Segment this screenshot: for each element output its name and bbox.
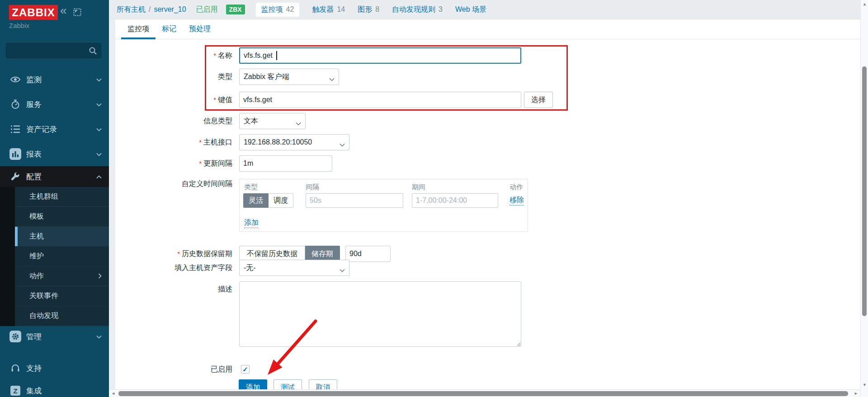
key-label: 键值 (218, 96, 232, 103)
chevron-down-icon (340, 140, 345, 149)
wrench-icon (9, 171, 21, 182)
nav-items-tab[interactable]: 监控项 42 (256, 3, 300, 17)
custom-intervals-table: 类型 间隔 期间 动作 灵活 调度 移除 添加 (239, 179, 528, 232)
sidebar-item-maintenance[interactable]: 维护 (15, 247, 109, 266)
name-label: 名称 (218, 51, 232, 59)
required-marker: * (213, 51, 216, 59)
nav-web-scenarios-tab[interactable]: Web 场景 (455, 5, 486, 14)
horizontal-scrollbar: ◄ ► (109, 389, 860, 397)
collapse-sidebar-icon[interactable]: « (60, 5, 66, 16)
sidebar-item-services[interactable]: 服务 (0, 93, 109, 115)
row-description: 描述 (115, 281, 860, 347)
sidebar-item-host-groups[interactable]: 主机群组 (15, 187, 109, 207)
key-input[interactable] (239, 92, 521, 108)
nav-graphs-tab[interactable]: 图形 8 (358, 5, 379, 14)
chevron-down-icon (96, 75, 102, 84)
interval-add-link[interactable]: 添加 (244, 218, 259, 228)
scroll-left-icon[interactable]: ◄ (111, 392, 115, 396)
scroll-right-icon[interactable]: ► (854, 392, 858, 396)
host-status-enabled: 已启用 (196, 5, 218, 14)
inventory-select[interactable]: -无- (239, 260, 349, 276)
chevron-down-icon (96, 332, 102, 341)
breadcrumb-host[interactable]: server_10 (154, 5, 186, 14)
col-header-type: 类型 (244, 183, 258, 191)
enabled-label: 已启用 (115, 361, 232, 378)
vertical-scrollbar-thumb[interactable] (862, 66, 867, 316)
name-input[interactable] (239, 47, 521, 64)
tab-item[interactable]: 监控项 (121, 19, 156, 39)
host-header-bar: 所有主机 / server_10 已启用 ZBX 监控项 42 触发器 14 图… (109, 0, 860, 19)
required-marker: * (177, 250, 180, 257)
row-info-type: 信息类型 文本 (115, 113, 860, 129)
interval-delay-input[interactable] (306, 193, 403, 208)
row-key: *键值 选择 (115, 92, 860, 108)
sidebar-item-administration[interactable]: 管理 (0, 326, 109, 347)
tab-preprocessing[interactable]: 预处理 (183, 19, 217, 39)
interval-period-input[interactable] (412, 193, 498, 208)
gear-icon (9, 331, 21, 342)
chevron-down-icon (340, 266, 345, 274)
sidebar-item-hosts[interactable]: 主机 (15, 227, 109, 247)
host-interface-select[interactable]: 192.168.88.20:10050 (239, 134, 349, 150)
history-label: 历史数据保留期 (182, 250, 232, 257)
row-update-interval: *更新间隔 (115, 155, 860, 172)
nav-discovery-rules-tab[interactable]: 自动发现规则 3 (392, 5, 443, 14)
chevron-down-icon (296, 119, 301, 127)
integrations-z-icon: Z (9, 385, 21, 397)
horizontal-scrollbar-thumb[interactable] (118, 391, 848, 396)
required-marker: * (199, 159, 202, 167)
type-select[interactable]: Zabbix 客户端 (239, 69, 339, 85)
chevron-right-icon (98, 272, 102, 280)
tab-tags[interactable]: 标记 (156, 19, 183, 39)
toggle-flexible[interactable]: 灵活 (243, 193, 269, 208)
chevron-up-icon (96, 173, 102, 181)
sidebar-item-discovery[interactable]: 自动发现 (15, 306, 109, 326)
scroll-up-icon[interactable]: ▲ (863, 2, 867, 6)
form-tabbar: 监控项 标记 预处理 (115, 19, 860, 39)
text-cursor (276, 51, 277, 60)
required-marker: * (213, 96, 216, 103)
info-type-select[interactable]: 文本 (239, 113, 306, 129)
chevron-down-icon (329, 75, 335, 83)
sidebar-item-integrations[interactable]: Z 集成 (0, 381, 109, 397)
expand-fullscreen-icon[interactable] (73, 8, 81, 18)
inventory-list-icon (9, 123, 21, 135)
sidebar-item-reports[interactable]: 报表 (0, 143, 109, 164)
toggle-scheduling[interactable]: 调度 (269, 193, 293, 208)
host-entity-nav: 监控项 42 触发器 14 图形 8 自动发现规则 3 Web 场景 (256, 3, 486, 17)
sidebar-item-configuration[interactable]: 配置 (0, 166, 109, 187)
sidebar-item-templates[interactable]: 模板 (15, 207, 109, 227)
stopwatch-icon (9, 98, 21, 110)
eye-icon (9, 74, 21, 85)
sidebar-item-monitoring[interactable]: 监测 (0, 69, 109, 90)
zbx-agent-badge: ZBX (226, 5, 245, 14)
sidebar-item-event-correlation[interactable]: 关联事件 (15, 286, 109, 306)
key-select-button[interactable]: 选择 (524, 92, 553, 108)
nav-triggers-tab[interactable]: 触发器 14 (312, 5, 345, 14)
update-interval-label: 更新间隔 (203, 159, 232, 167)
search-input[interactable] (10, 43, 87, 58)
col-header-period: 期间 (412, 183, 425, 191)
sidebar-item-actions[interactable]: 动作 (15, 266, 109, 286)
sidebar-item-inventory[interactable]: 资产记录 (0, 118, 109, 140)
row-enabled: 已启用 ✓ (115, 361, 860, 378)
sidebar-search (6, 43, 101, 58)
chevron-down-icon (96, 100, 102, 108)
interval-remove-link[interactable]: 移除 (509, 196, 524, 206)
zabbix-item-config-page: ZABBIX « Zabbix 监测 服务 (0, 0, 868, 397)
breadcrumb-separator: / (149, 5, 151, 14)
vertical-scrollbar: ▲ ▼ (860, 0, 868, 397)
description-label: 描述 (115, 283, 232, 295)
enabled-checkbox[interactable]: ✓ (241, 365, 250, 374)
host-interface-label: 主机接口 (203, 138, 232, 146)
row-inventory-field: 填入主机资产字段 -无- (115, 260, 860, 276)
update-interval-input[interactable] (239, 155, 332, 172)
description-textarea[interactable] (239, 281, 521, 347)
interval-type-toggle: 灵活 调度 (243, 193, 293, 208)
required-marker: * (199, 138, 202, 146)
report-chart-icon (9, 148, 21, 160)
configuration-submenu: 主机群组 模板 主机 维护 动作 关联事件 自动发现 (0, 187, 109, 326)
sidebar-item-support[interactable]: 支持 (0, 358, 109, 378)
scroll-down-icon[interactable]: ▼ (863, 383, 867, 387)
breadcrumb-all-hosts[interactable]: 所有主机 (117, 5, 146, 14)
